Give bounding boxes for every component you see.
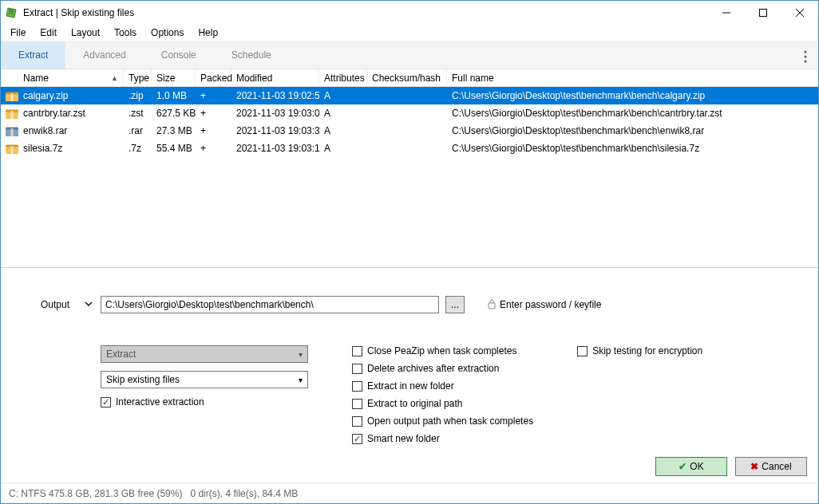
table-row[interactable]: silesia.7z .7z 55.4 MB + 2021-11-03 19:0… <box>1 140 818 157</box>
menu-file[interactable]: File <box>4 26 32 40</box>
chevron-down-icon: ▾ <box>299 350 303 359</box>
window-controls <box>708 1 818 25</box>
file-icon <box>1 87 18 104</box>
menubar: File Edit Layout Tools Options Help <box>1 25 818 41</box>
maximize-button[interactable] <box>745 1 781 25</box>
cell-size: 627.5 KB <box>152 104 196 122</box>
output-path-input[interactable] <box>101 296 439 313</box>
cell-fullname: C:\Users\Giorgio\Desktop\test\benchmark\… <box>447 140 818 157</box>
cancel-button[interactable]: ✖Cancel <box>735 457 807 476</box>
password-link-label: Enter password / keyfile <box>500 299 601 310</box>
menu-edit[interactable]: Edit <box>34 26 63 40</box>
minimize-button[interactable] <box>708 1 745 25</box>
svg-rect-12 <box>11 111 14 119</box>
cell-name: calgary.zip <box>18 87 124 104</box>
cell-size: 1.0 MB <box>152 87 196 104</box>
svg-rect-1 <box>760 10 767 17</box>
table-row[interactable]: cantrbry.tar.zst .zst 627.5 KB + 2021-11… <box>1 104 818 122</box>
output-label: Output <box>41 299 77 310</box>
output-dropdown-icon[interactable] <box>83 297 94 312</box>
svg-rect-15 <box>11 128 14 136</box>
cell-hash <box>367 104 447 122</box>
cell-size: 27.3 MB <box>152 122 196 140</box>
overwrite-mode-combo[interactable]: Skip existing files▾ <box>101 371 308 388</box>
status-disk: C: NTFS 475.8 GB, 281.3 GB free (59%) <box>9 488 182 499</box>
tab-menu-button[interactable] <box>801 47 810 69</box>
cell-modified: 2021-11-03 19:02:54 <box>231 87 319 104</box>
cell-attr: A <box>319 104 367 122</box>
cell-modified: 2021-11-03 19:03:34 <box>231 122 319 140</box>
checkbox-icon <box>577 346 588 356</box>
menu-tools[interactable]: Tools <box>108 26 143 40</box>
cell-hash <box>367 122 447 140</box>
cell-name: cantrbry.tar.zst <box>18 104 124 122</box>
dialog-buttons: ✔OK ✖Cancel <box>655 457 807 476</box>
col-type[interactable]: Type <box>124 69 152 86</box>
cell-fullname: C:\Users\Giorgio\Desktop\test\benchmark\… <box>447 87 818 104</box>
col-packed[interactable]: Packed <box>196 69 231 86</box>
cell-modified: 2021-11-03 19:03:18 <box>231 140 319 157</box>
chevron-down-icon: ▾ <box>299 376 303 384</box>
cell-type: .rar <box>124 122 152 140</box>
cell-packed: + <box>196 104 231 122</box>
delete-archives-checkbox[interactable]: Delete archives after extraction <box>352 363 533 374</box>
cell-name: enwik8.rar <box>18 122 124 140</box>
col-attributes[interactable]: Attributes <box>319 69 367 86</box>
tab-extract[interactable]: Extract <box>1 41 65 69</box>
status-items: 0 dir(s), 4 file(s), 84.4 MB <box>190 488 298 499</box>
titlebar: Extract | Skip existing files <box>1 1 818 25</box>
col-fullname[interactable]: Full name <box>447 69 818 86</box>
options-grid: Extract▾ Skip existing files▾ Interactiv… <box>101 345 810 444</box>
checkbox-icon <box>352 416 362 427</box>
svg-rect-18 <box>11 146 14 154</box>
checkbox-icon <box>352 364 362 374</box>
checkbox-icon <box>352 381 362 392</box>
sort-asc-icon: ▲ <box>111 74 118 82</box>
smart-new-folder-checkbox[interactable]: Smart new folder <box>352 433 533 444</box>
checkbox-icon <box>352 434 362 444</box>
tab-console[interactable]: Console <box>144 41 214 69</box>
cell-type: .zip <box>124 87 152 104</box>
ok-button[interactable]: ✔OK <box>655 457 727 476</box>
extract-original-path-checkbox[interactable]: Extract to original path <box>352 398 533 409</box>
cell-hash <box>367 87 447 104</box>
skip-testing-checkbox[interactable]: Skip testing for encryption <box>577 345 702 356</box>
col-checksum[interactable]: Checksum/hash <box>367 69 447 86</box>
svg-point-5 <box>805 56 807 58</box>
col-icon[interactable] <box>1 69 18 86</box>
col-modified[interactable]: Modified <box>231 69 319 86</box>
cell-type: .zst <box>124 104 152 122</box>
col-name[interactable]: Name▲ <box>18 69 124 86</box>
cell-packed: + <box>196 122 231 140</box>
file-icon <box>1 122 18 140</box>
table-row[interactable]: calgary.zip .zip 1.0 MB + 2021-11-03 19:… <box>1 87 818 104</box>
x-icon: ✖ <box>750 461 758 472</box>
svg-rect-19 <box>489 303 495 309</box>
close-peazip-checkbox[interactable]: Close PeaZip when task completes <box>352 345 533 356</box>
checkbox-icon <box>352 346 362 356</box>
close-button[interactable] <box>781 1 818 25</box>
extract-options-panel: Output ... Enter password / keyfile Extr… <box>1 267 818 482</box>
check-icon: ✔ <box>679 461 686 472</box>
open-output-checkbox[interactable]: Open output path when task completes <box>352 415 533 427</box>
cell-attr: A <box>319 140 367 157</box>
file-icon <box>1 140 18 157</box>
lock-icon <box>487 298 497 312</box>
tab-schedule[interactable]: Schedule <box>214 41 289 69</box>
checkbox-icon <box>352 399 362 409</box>
col-size[interactable]: Size <box>152 69 196 86</box>
app-icon <box>6 6 18 19</box>
menu-options[interactable]: Options <box>144 26 190 40</box>
table-row[interactable]: enwik8.rar .rar 27.3 MB + 2021-11-03 19:… <box>1 122 818 140</box>
extract-new-folder-checkbox[interactable]: Extract in new folder <box>352 380 533 392</box>
menu-layout[interactable]: Layout <box>65 26 106 40</box>
browse-button[interactable]: ... <box>445 296 465 313</box>
menu-help[interactable]: Help <box>192 26 224 40</box>
interactive-extraction-checkbox[interactable]: Interactive extraction <box>101 396 308 408</box>
cell-fullname: C:\Users\Giorgio\Desktop\test\benchmark\… <box>447 104 818 122</box>
password-link[interactable]: Enter password / keyfile <box>487 298 601 312</box>
checkbox-icon <box>101 397 111 408</box>
action-combo[interactable]: Extract▾ <box>101 345 308 363</box>
cell-size: 55.4 MB <box>152 140 196 157</box>
tab-advanced[interactable]: Advanced <box>65 41 143 69</box>
